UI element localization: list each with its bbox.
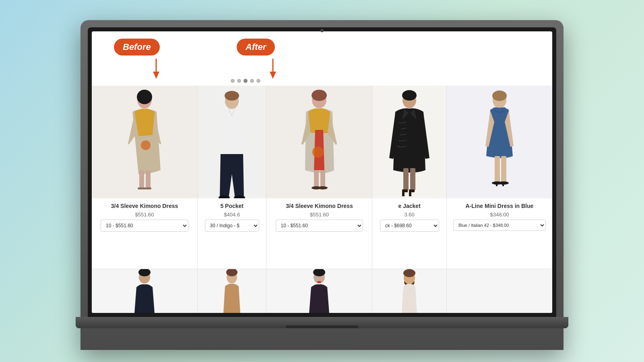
- product-image-3: [266, 86, 372, 198]
- product-image-2: [198, 86, 266, 198]
- product-price-3: $551.60: [270, 212, 368, 218]
- product-name-1: 3/4 Sleeve Kimono Dress: [96, 202, 193, 210]
- product-image-1: [92, 86, 197, 198]
- bottom-card-5: [447, 269, 552, 313]
- laptop-screen: Before After: [92, 31, 552, 313]
- figure-woman-black-jacket: [381, 90, 438, 198]
- product-select-2[interactable]: 30 / Indigo - $: [205, 220, 259, 232]
- after-arrow: [267, 59, 279, 80]
- svg-rect-7: [139, 170, 144, 188]
- svg-rect-31: [501, 156, 506, 182]
- figure-dress-blue-mini: [469, 90, 530, 198]
- svg-rect-18: [314, 170, 319, 187]
- svg-marker-3: [270, 72, 276, 79]
- laptop-container: Before After: [80, 20, 564, 350]
- bottom-figure-1: [128, 269, 161, 313]
- product-price-5: $348.00: [451, 212, 548, 218]
- product-price-1: $551.60: [96, 212, 193, 218]
- bottom-figure-3: [303, 269, 335, 313]
- dot-5: [256, 79, 260, 83]
- dot-2: [237, 79, 241, 83]
- figure-man-white-shirt: [204, 90, 260, 198]
- svg-rect-8: [146, 170, 151, 188]
- bottom-figure-2: [218, 269, 246, 313]
- svg-rect-19: [320, 170, 325, 187]
- dot-4: [250, 79, 254, 83]
- before-arrow: [150, 59, 162, 80]
- bottom-product-row: [92, 269, 552, 313]
- product-name-3: 3/4 Sleeve Kimono Dress: [270, 202, 368, 210]
- svg-rect-24: [403, 168, 409, 190]
- product-select-1[interactable]: 10 - $551.60: [101, 220, 188, 232]
- product-name-2: 5 Pocket: [202, 202, 262, 210]
- product-image-4: [372, 86, 446, 198]
- laptop-base-indent: [286, 325, 358, 328]
- after-badge: After: [237, 39, 275, 56]
- svg-marker-1: [153, 72, 159, 79]
- svg-point-23: [402, 90, 417, 101]
- svg-rect-25: [410, 168, 415, 190]
- svg-point-5: [137, 90, 152, 104]
- product-price-4: 3.60: [376, 212, 442, 218]
- bottom-card-3: [266, 269, 372, 313]
- svg-rect-28: [493, 107, 497, 111]
- svg-point-12: [225, 91, 239, 101]
- before-badge: Before: [114, 39, 160, 56]
- svg-rect-9: [138, 187, 145, 189]
- svg-rect-35: [502, 183, 504, 186]
- svg-rect-30: [495, 156, 500, 182]
- svg-point-16: [312, 90, 327, 101]
- bottom-card-4: [372, 269, 446, 313]
- product-price-2: $404.6: [202, 212, 262, 218]
- svg-rect-10: [144, 187, 151, 189]
- product-select-3[interactable]: 10 - $551.60: [276, 220, 363, 232]
- svg-point-42: [317, 281, 321, 283]
- dot-1: [231, 79, 235, 83]
- figure-dress-back: [114, 90, 175, 198]
- svg-rect-29: [502, 107, 506, 111]
- product-select-5[interactable]: Blue / Italian 42 - $348.00: [453, 220, 546, 231]
- bottom-card-1: [92, 269, 198, 313]
- svg-point-6: [141, 140, 151, 150]
- figure-dress-front-colorful: [289, 90, 349, 198]
- product-name-5: A-Line Mini Dress in Blue: [451, 202, 548, 210]
- bottom-figure-4: [395, 269, 423, 313]
- bottom-card-2: [198, 269, 266, 313]
- product-select-4[interactable]: ck - $698.60: [380, 220, 439, 232]
- dots-indicator: [231, 79, 260, 83]
- svg-point-17: [312, 146, 324, 158]
- svg-point-27: [492, 90, 507, 101]
- camera-dot: [320, 29, 324, 32]
- svg-point-21: [318, 186, 328, 189]
- product-image-5: [447, 86, 552, 198]
- svg-point-44: [403, 269, 415, 277]
- laptop-base: [76, 317, 568, 328]
- product-name-4: e Jacket: [376, 202, 442, 210]
- svg-rect-34: [496, 183, 497, 186]
- dot-3: [244, 79, 248, 83]
- laptop-screen-border: Before After: [88, 27, 556, 317]
